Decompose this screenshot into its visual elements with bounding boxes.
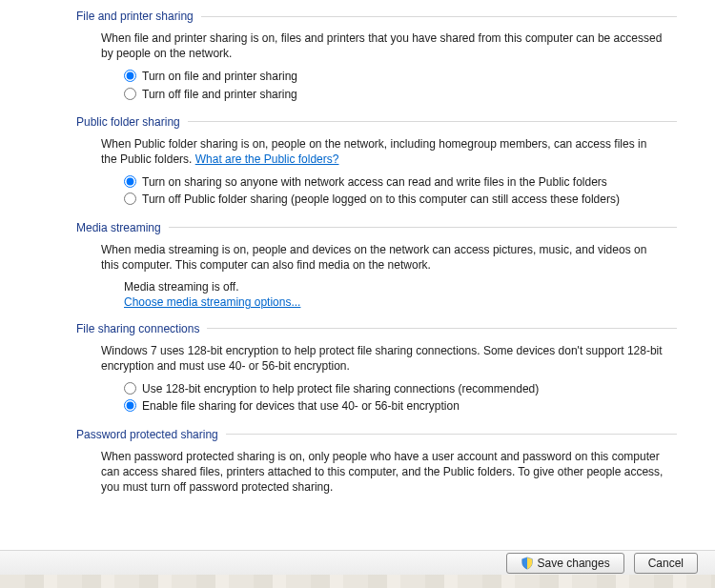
public-folders-link[interactable]: What are the Public folders? <box>195 152 339 166</box>
media-status-block: Media streaming is off. Choose media str… <box>124 280 677 309</box>
settings-content: File and printer sharing When file and p… <box>0 0 715 550</box>
section-description: When password protected sharing is on, o… <box>101 449 665 496</box>
section-title: Password protected sharing <box>76 428 226 441</box>
radio-input[interactable] <box>124 193 136 205</box>
save-changes-button[interactable]: Save changes <box>506 553 624 574</box>
radio-label: Turn off Public folder sharing (people l… <box>142 192 620 207</box>
section-header: File and printer sharing <box>76 10 677 23</box>
section-public-folder-sharing: Public folder sharing When Public folder… <box>76 115 677 208</box>
option-4056bit-encryption[interactable]: Enable file sharing for devices that use… <box>124 398 677 414</box>
radio-label: Turn on file and printer sharing <box>142 69 297 84</box>
section-header: Public folder sharing <box>76 115 677 129</box>
divider <box>201 16 677 17</box>
option-turn-off-file-printer[interactable]: Turn off file and printer sharing <box>124 87 677 102</box>
desc-text: When Public folder sharing is on, people… <box>101 137 646 166</box>
radio-input[interactable] <box>124 88 136 100</box>
radio-input[interactable] <box>124 382 136 395</box>
divider <box>188 121 677 122</box>
options-group: Turn on file and printer sharing Turn of… <box>124 69 677 101</box>
section-file-printer-sharing: File and printer sharing When file and p… <box>76 10 677 102</box>
button-label: Save changes <box>538 557 610 570</box>
section-description: Windows 7 uses 128-bit encryption to hel… <box>101 343 665 374</box>
option-turn-off-public-sharing[interactable]: Turn off Public folder sharing (people l… <box>124 192 677 207</box>
radio-label: Turn on sharing so anyone with network a… <box>142 174 607 190</box>
section-description: When file and printer sharing is on, fil… <box>101 30 665 61</box>
radio-label: Turn off file and printer sharing <box>142 87 297 102</box>
radio-input[interactable] <box>124 399 136 412</box>
option-turn-on-file-printer[interactable]: Turn on file and printer sharing <box>124 69 677 84</box>
radio-label: Use 128-bit encryption to help protect f… <box>142 381 539 396</box>
section-media-streaming: Media streaming When media streaming is … <box>76 221 677 309</box>
button-label: Cancel <box>648 557 684 570</box>
section-title: Public folder sharing <box>76 115 188 129</box>
divider <box>226 434 677 435</box>
cancel-button[interactable]: Cancel <box>634 553 698 574</box>
section-description: When media streaming is on, people and d… <box>101 242 665 273</box>
section-header: File sharing connections <box>76 322 677 335</box>
radio-label: Enable file sharing for devices that use… <box>142 398 460 414</box>
divider <box>207 328 677 329</box>
button-bar: Save changes Cancel <box>0 550 715 575</box>
radio-input[interactable] <box>124 175 136 188</box>
section-title: File sharing connections <box>76 322 207 335</box>
options-group: Use 128-bit encryption to help protect f… <box>124 381 677 414</box>
section-description: When Public folder sharing is on, people… <box>101 136 665 167</box>
divider <box>169 227 677 228</box>
section-header: Password protected sharing <box>76 428 677 441</box>
media-options-link[interactable]: Choose media streaming options... <box>124 295 300 309</box>
section-password-protected-sharing: Password protected sharing When password… <box>76 428 677 496</box>
media-status: Media streaming is off. <box>124 280 677 294</box>
radio-input[interactable] <box>124 70 136 82</box>
section-title: Media streaming <box>76 221 169 234</box>
section-header: Media streaming <box>76 221 677 234</box>
options-group: Turn on sharing so anyone with network a… <box>124 174 677 207</box>
option-128bit-encryption[interactable]: Use 128-bit encryption to help protect f… <box>124 381 677 396</box>
window-bottom-edge <box>0 575 715 588</box>
section-file-sharing-connections: File sharing connections Windows 7 uses … <box>76 322 677 415</box>
shield-icon <box>521 557 534 570</box>
section-title: File and printer sharing <box>76 10 201 23</box>
option-turn-on-public-sharing[interactable]: Turn on sharing so anyone with network a… <box>124 174 677 190</box>
